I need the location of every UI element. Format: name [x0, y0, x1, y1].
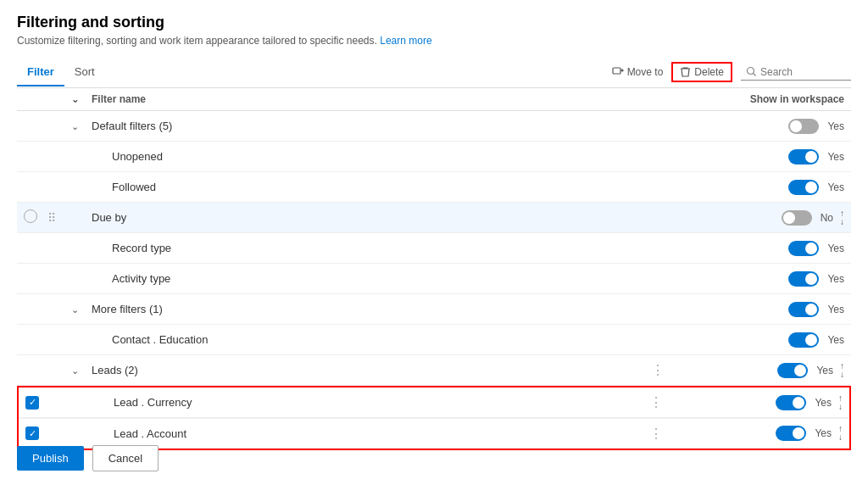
- move-to-icon: [612, 66, 624, 78]
- table-row: Record type Yes: [17, 233, 851, 264]
- bottom-bar: Publish Cancel: [17, 445, 159, 471]
- toggle-activity-type[interactable]: [788, 271, 819, 287]
- toggle-lead-account[interactable]: [776, 426, 806, 441]
- table-row-leads: ⌄ Leads (2) ⋮ Yes ↑ ↓: [17, 355, 851, 386]
- table-row: ⌄ More filters (1) Yes: [17, 294, 851, 325]
- toggle-leads[interactable]: [777, 363, 808, 378]
- search-icon: [746, 66, 757, 77]
- checkbox-lead-currency[interactable]: [25, 396, 39, 410]
- sort-arrows-leads[interactable]: ↑ ↓: [840, 362, 844, 379]
- sort-chevron-icon[interactable]: ⌄: [71, 94, 79, 104]
- arrow-up-icon[interactable]: ↑: [838, 394, 843, 403]
- selected-rows-group: Lead . Currency ⋮ Yes ↑ ↓: [17, 386, 851, 450]
- toggle-default-filters[interactable]: [788, 119, 819, 134]
- page-subtitle: Customize filtering, sorting and work it…: [17, 35, 851, 47]
- toggle-lead-currency[interactable]: [776, 395, 806, 410]
- table-row-lead-account: Lead . Account ⋮ Yes ↑ ↓: [19, 418, 849, 449]
- publish-button[interactable]: Publish: [17, 446, 84, 471]
- table-row: Contact . Education Yes: [17, 325, 851, 355]
- move-to-button[interactable]: Move to: [612, 66, 664, 78]
- toggle-contact-education[interactable]: [788, 332, 819, 348]
- context-menu-icon[interactable]: ⋮: [649, 426, 663, 441]
- select-circle[interactable]: [24, 209, 37, 223]
- checkbox-lead-account[interactable]: [25, 426, 39, 440]
- chevron-icon[interactable]: ⌄: [71, 365, 79, 376]
- delete-icon: [680, 66, 691, 78]
- chevron-icon[interactable]: ⌄: [71, 121, 79, 131]
- table-row: Activity type Yes: [17, 264, 851, 294]
- table-row: ⌄ Default filters (5) Yes: [17, 111, 851, 142]
- table-row: Followed Yes: [17, 172, 851, 203]
- search-box[interactable]: [741, 64, 851, 81]
- arrow-down-icon[interactable]: ↓: [840, 218, 844, 226]
- context-menu-icon[interactable]: ⋮: [649, 395, 663, 410]
- svg-point-1: [748, 68, 754, 75]
- drag-handle-icon[interactable]: ⠿: [47, 211, 56, 225]
- page-title: Filtering and sorting: [17, 14, 851, 31]
- toggle-due-by[interactable]: [782, 210, 812, 226]
- table-row: Unopened Yes: [17, 142, 851, 172]
- toggle-unopened[interactable]: [788, 149, 819, 164]
- chevron-icon[interactable]: ⌄: [71, 304, 79, 315]
- sort-arrows-due-by[interactable]: ↑ ↓: [840, 209, 844, 226]
- arrow-up-icon[interactable]: ↑: [840, 362, 844, 371]
- sort-arrows-lead-account[interactable]: ↑ ↓: [838, 425, 843, 442]
- search-input[interactable]: [760, 66, 845, 78]
- arrow-up-icon[interactable]: ↑: [840, 209, 844, 218]
- delete-button[interactable]: Delete: [671, 62, 732, 82]
- table-header: ⌄ Filter name Show in workspace: [17, 88, 851, 111]
- cancel-button[interactable]: Cancel: [92, 445, 159, 471]
- learn-more-link[interactable]: Learn more: [380, 35, 431, 47]
- toggle-record-type[interactable]: [788, 241, 819, 256]
- tab-filter[interactable]: Filter: [17, 59, 64, 86]
- table-row-due-by: ⠿ Due by No ↑ ↓: [17, 203, 851, 233]
- arrow-down-icon[interactable]: ↓: [838, 433, 843, 442]
- svg-rect-0: [613, 68, 620, 74]
- tab-sort[interactable]: Sort: [64, 59, 105, 86]
- table-row-lead-currency: Lead . Currency ⋮ Yes ↑ ↓: [19, 387, 849, 418]
- arrow-down-icon[interactable]: ↓: [838, 403, 843, 411]
- sort-arrows-lead-currency[interactable]: ↑ ↓: [838, 394, 843, 411]
- toggle-followed[interactable]: [788, 180, 819, 195]
- arrow-down-icon[interactable]: ↓: [840, 371, 844, 379]
- toggle-more-filters[interactable]: [788, 302, 819, 317]
- context-menu-icon[interactable]: ⋮: [651, 363, 665, 377]
